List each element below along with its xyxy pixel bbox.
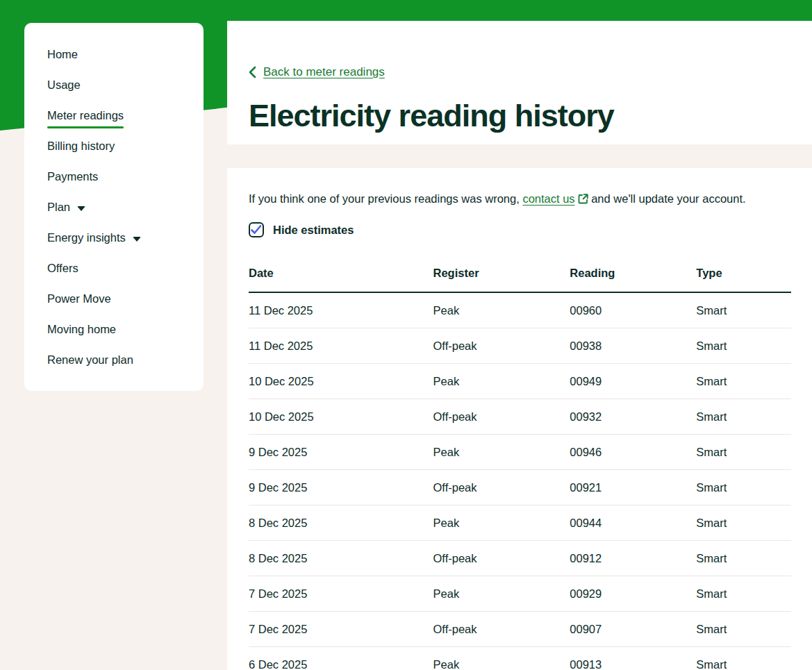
table-row: 7 Dec 2025Peak00929Smart <box>249 576 791 612</box>
table-cell-type: Smart <box>696 435 791 470</box>
table-cell-register: Off-peak <box>433 470 570 505</box>
sidebar-item-meter-readings[interactable]: Meter readings <box>24 101 204 131</box>
table-cell-type: Smart <box>696 292 791 328</box>
table-cell-reading: 00938 <box>570 328 696 364</box>
table-header-row: DateRegisterReadingType <box>249 256 791 292</box>
table-row: 9 Dec 2025Peak00946Smart <box>249 435 791 470</box>
table-cell-type: Smart <box>696 364 791 399</box>
table-cell-register: Peak <box>433 292 570 328</box>
table-cell-type: Smart <box>696 541 791 576</box>
sidebar-item-payments[interactable]: Payments <box>24 162 204 192</box>
table-cell-date: 9 Dec 2025 <box>249 435 433 470</box>
sidebar-item-renew-your-plan[interactable]: Renew your plan <box>24 345 204 376</box>
sidebar-item-moving-home[interactable]: Moving home <box>24 315 204 345</box>
table-cell-date: 7 Dec 2025 <box>249 612 433 647</box>
table-cell-date: 10 Dec 2025 <box>249 364 433 399</box>
sidebar-item-label: Plan <box>47 201 70 215</box>
readings-table: DateRegisterReadingType 11 Dec 2025Peak0… <box>249 256 791 670</box>
table-cell-date: 11 Dec 2025 <box>249 328 433 364</box>
chevron-left-icon <box>249 66 256 78</box>
table-cell-reading: 00932 <box>570 399 696 435</box>
checkmark-icon <box>251 225 262 235</box>
sidebar-item-offers[interactable]: Offers <box>24 253 204 284</box>
table-cell-register: Peak <box>433 435 570 470</box>
column-header-reading: Reading <box>570 256 696 292</box>
sidebar-item-energy-insights[interactable]: Energy insights <box>24 223 204 253</box>
table-cell-type: Smart <box>696 399 791 435</box>
sidebar-item-usage[interactable]: Usage <box>24 70 204 101</box>
table-cell-date: 6 Dec 2025 <box>249 647 433 670</box>
sidebar-item-plan[interactable]: Plan <box>24 192 204 223</box>
notice-pre: If you think one of your previous readin… <box>249 192 522 205</box>
sidebar-item-label: Meter readings <box>47 109 124 123</box>
notice-text: If you think one of your previous readin… <box>249 192 791 206</box>
sidebar-item-label: Renew your plan <box>47 353 133 367</box>
sidebar-item-label: Payments <box>47 170 98 184</box>
table-row: 9 Dec 2025Off-peak00921Smart <box>249 470 791 505</box>
sidebar-item-label: Power Move <box>47 292 111 306</box>
table-cell-reading: 00921 <box>570 470 696 505</box>
column-header-register: Register <box>433 256 570 292</box>
table-cell-reading: 00907 <box>570 612 696 647</box>
hide-estimates-checkbox-row[interactable]: Hide estimates <box>249 222 354 237</box>
table-cell-register: Off-peak <box>433 399 570 435</box>
back-link[interactable]: Back to meter readings <box>249 65 385 79</box>
table-cell-reading: 00960 <box>570 292 696 328</box>
table-cell-type: Smart <box>696 612 791 647</box>
table-cell-date: 7 Dec 2025 <box>249 576 433 612</box>
sidebar-item-home[interactable]: Home <box>24 40 204 70</box>
table-cell-reading: 00912 <box>570 541 696 576</box>
column-header-date: Date <box>249 256 433 292</box>
sidebar-list: HomeUsageMeter readingsBilling historyPa… <box>24 40 204 376</box>
table-cell-register: Peak <box>433 505 570 541</box>
sidebar-nav: HomeUsageMeter readingsBilling historyPa… <box>24 23 204 391</box>
table-cell-type: Smart <box>696 576 791 612</box>
table-cell-type: Smart <box>696 470 791 505</box>
header-card: Back to meter readings Electricity readi… <box>227 21 812 144</box>
table-cell-register: Peak <box>433 647 570 670</box>
table-cell-date: 11 Dec 2025 <box>249 292 433 328</box>
chevron-down-icon <box>133 237 141 242</box>
table-cell-register: Off-peak <box>433 328 570 364</box>
table-cell-register: Peak <box>433 364 570 399</box>
sidebar-item-label: Billing history <box>47 140 115 153</box>
table-cell-register: Off-peak <box>433 612 570 647</box>
table-cell-reading: 00929 <box>570 576 696 612</box>
table-cell-register: Peak <box>433 576 570 612</box>
table-row: 10 Dec 2025Peak00949Smart <box>249 364 791 399</box>
table-body: 11 Dec 2025Peak00960Smart11 Dec 2025Off-… <box>249 292 791 670</box>
sidebar-item-label: Energy insights <box>47 231 126 245</box>
contact-us-link[interactable]: contact us <box>522 192 588 205</box>
content-card: If you think one of your previous readin… <box>227 168 812 670</box>
table-row: 11 Dec 2025Peak00960Smart <box>249 292 791 328</box>
sidebar-item-label: Offers <box>47 262 78 276</box>
sidebar-item-power-move[interactable]: Power Move <box>24 284 204 315</box>
hide-estimates-checkbox[interactable] <box>249 222 264 237</box>
table-cell-type: Smart <box>696 328 791 364</box>
table-cell-date: 8 Dec 2025 <box>249 541 433 576</box>
table-row: 11 Dec 2025Off-peak00938Smart <box>249 328 791 364</box>
table-cell-date: 10 Dec 2025 <box>249 399 433 435</box>
sidebar-item-label: Usage <box>47 78 81 92</box>
table-cell-date: 9 Dec 2025 <box>249 470 433 505</box>
chevron-down-icon <box>77 206 85 211</box>
external-link-icon <box>578 194 588 204</box>
table-row: 7 Dec 2025Off-peak00907Smart <box>249 612 791 647</box>
table-cell-type: Smart <box>696 647 791 670</box>
table-cell-reading: 00946 <box>570 435 696 470</box>
contact-us-label: contact us <box>522 192 574 205</box>
hide-estimates-label: Hide estimates <box>273 224 354 237</box>
sidebar-item-billing-history[interactable]: Billing history <box>24 131 204 162</box>
table-row: 6 Dec 2025Peak00913Smart <box>249 647 791 670</box>
table-cell-date: 8 Dec 2025 <box>249 505 433 541</box>
table-cell-register: Off-peak <box>433 541 570 576</box>
sidebar-item-label: Home <box>47 48 78 62</box>
back-link-label: Back to meter readings <box>263 65 385 79</box>
column-header-type: Type <box>696 256 791 292</box>
table-row: 10 Dec 2025Off-peak00932Smart <box>249 399 791 435</box>
table-cell-reading: 00949 <box>570 364 696 399</box>
notice-post: and we'll update your account. <box>588 192 746 205</box>
table-row: 8 Dec 2025Off-peak00912Smart <box>249 541 791 576</box>
sidebar-item-label: Moving home <box>47 323 116 337</box>
table-cell-reading: 00944 <box>570 505 696 541</box>
